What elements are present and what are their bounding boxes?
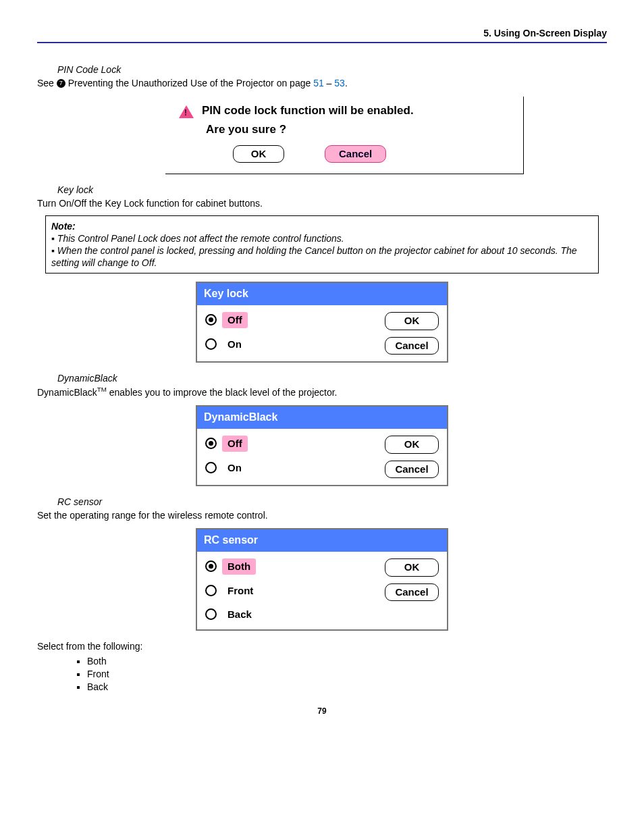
dynamicblack-panel: DynamicBlack Off On OK Cancel	[196, 405, 448, 486]
option-label: Front	[222, 583, 259, 599]
list-item: Back	[87, 681, 607, 693]
note-title: Note:	[51, 221, 76, 232]
option-back[interactable]: Back	[205, 606, 385, 623]
keylock-desc: Turn On/Off the Key Lock function for ca…	[37, 197, 607, 209]
panel-title: Key lock	[197, 283, 447, 305]
option-label: Both	[222, 558, 256, 575]
option-label: Off	[222, 312, 248, 328]
panel-title: DynamicBlack	[197, 407, 447, 429]
dynamicblack-desc: DynamicBlackTM enables you to improve th…	[37, 386, 607, 398]
list-item: Both	[87, 655, 607, 667]
option-both[interactable]: Both	[205, 558, 385, 575]
option-on[interactable]: On	[205, 336, 385, 353]
text: enables you to improve the black level o…	[107, 387, 338, 398]
trademark-sup: TM	[97, 386, 107, 393]
select-from-label: Select from the following:	[37, 640, 607, 652]
note-box: Note: ▪ This Control Panel Lock does not…	[45, 215, 599, 274]
ok-button[interactable]: OK	[385, 558, 439, 577]
cancel-button[interactable]: Cancel	[385, 337, 439, 355]
note-line-2: ▪ When the control panel is locked, pres…	[51, 244, 593, 269]
option-label: On	[222, 460, 247, 476]
radio-unselected-icon	[205, 585, 217, 596]
ok-button[interactable]: OK	[385, 312, 439, 330]
section-header: 5. Using On-Screen Display	[37, 27, 607, 42]
text: .	[345, 78, 348, 88]
text: –	[324, 78, 335, 88]
confirm-line2: Are you sure ?	[206, 122, 510, 137]
header-rule	[37, 42, 607, 43]
warning-icon	[179, 105, 194, 118]
option-label: On	[222, 336, 247, 353]
ok-button[interactable]: OK	[385, 436, 439, 454]
subhead-dynamicblack: DynamicBlack	[57, 372, 607, 384]
cancel-button[interactable]: Cancel	[385, 583, 439, 602]
cancel-button[interactable]: Cancel	[385, 461, 439, 479]
radio-unselected-icon	[205, 462, 217, 473]
page-number: 79	[37, 706, 607, 717]
rc-desc: Set the operating range for the wireless…	[37, 509, 607, 521]
subhead-pin-code-lock: PIN Code Lock	[57, 63, 607, 76]
subhead-key-lock: Key lock	[57, 184, 607, 196]
pin-see-line: See 7 Preventing the Unauthorized Use of…	[37, 77, 607, 89]
confirm-line1: PIN code lock function will be enabled.	[202, 103, 414, 118]
text: See	[37, 78, 57, 88]
option-label: Back	[222, 606, 257, 623]
radio-unselected-icon	[205, 608, 217, 620]
radio-selected-icon	[205, 438, 217, 449]
radio-unselected-icon	[205, 338, 217, 350]
radio-selected-icon	[205, 561, 217, 572]
page-link-53[interactable]: 53	[334, 78, 345, 88]
cancel-button[interactable]: Cancel	[325, 145, 386, 163]
step-7-icon: 7	[57, 79, 65, 88]
option-label: Off	[222, 436, 248, 452]
select-options-list: Both Front Back	[87, 655, 607, 694]
subhead-rc-sensor: RC sensor	[57, 496, 607, 508]
option-front[interactable]: Front	[205, 583, 385, 599]
list-item: Front	[87, 668, 607, 680]
keylock-panel: Key lock Off On OK Cancel	[196, 282, 448, 363]
rc-sensor-panel: RC sensor Both Front Back OK Cancel	[196, 528, 448, 630]
option-on[interactable]: On	[205, 460, 385, 476]
ok-button[interactable]: OK	[233, 145, 284, 163]
text: DynamicBlack	[37, 387, 97, 398]
option-off[interactable]: Off	[205, 436, 385, 452]
panel-title: RC sensor	[197, 529, 447, 552]
pin-confirm-dialog: PIN code lock function will be enabled. …	[165, 97, 524, 175]
option-off[interactable]: Off	[205, 312, 385, 328]
note-line-1: ▪ This Control Panel Lock does not affec…	[51, 232, 593, 244]
page-link-51[interactable]: 51	[313, 78, 324, 88]
text: Preventing the Unauthorized Use of the P…	[65, 78, 313, 88]
radio-selected-icon	[205, 314, 217, 325]
